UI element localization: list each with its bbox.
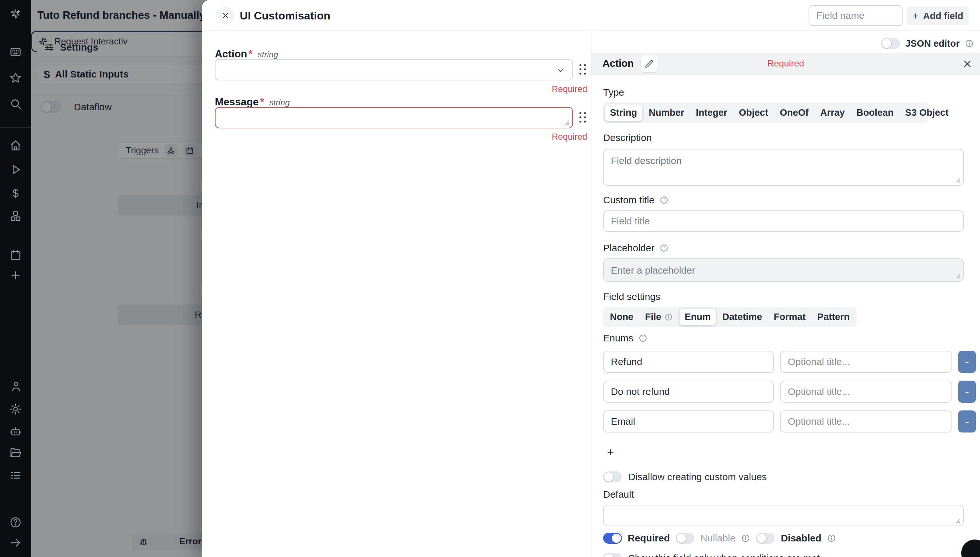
- resize-handle-icon[interactable]: [562, 119, 570, 126]
- sidebar-item-console[interactable]: [9, 46, 22, 59]
- action-required-error: Required: [215, 84, 587, 94]
- setting-option-none[interactable]: None: [605, 309, 639, 325]
- required-asterisk: *: [249, 48, 252, 60]
- sidebar-item-logs[interactable]: [9, 469, 22, 482]
- condition-row: Show this field only when conditions are…: [603, 553, 964, 557]
- info-icon[interactable]: [660, 195, 669, 205]
- sidebar-item-agents[interactable]: [9, 425, 22, 438]
- condition-toggle[interactable]: [603, 553, 622, 557]
- description-section: Description Field description: [603, 132, 964, 186]
- disallow-custom-values-toggle[interactable]: [603, 471, 622, 482]
- remove-enum-button[interactable]: -: [958, 381, 976, 403]
- setting-option-pattern[interactable]: Pattern: [813, 309, 855, 325]
- enum-title-input[interactable]: [780, 381, 952, 403]
- custom-title-input[interactable]: [603, 210, 964, 232]
- type-option-oneof[interactable]: OneOf: [775, 104, 813, 121]
- type-option-integer[interactable]: Integer: [691, 104, 732, 121]
- drag-handle[interactable]: [579, 110, 587, 125]
- setting-option-format[interactable]: Format: [769, 309, 811, 325]
- required-asterisk: *: [260, 96, 264, 108]
- sidebar-item-billing[interactable]: $: [9, 186, 22, 199]
- placeholder-placeholder: Enter a placeholder: [611, 265, 695, 276]
- remove-enum-button[interactable]: -: [958, 351, 976, 373]
- enum-value-input[interactable]: [603, 351, 774, 373]
- description-placeholder: Field description: [611, 155, 681, 166]
- message-field-label: Message: [215, 96, 258, 108]
- sidebar-item-settings[interactable]: [9, 403, 22, 415]
- drag-handle[interactable]: [579, 62, 587, 77]
- setting-option-file[interactable]: File: [640, 309, 678, 325]
- info-icon[interactable]: [741, 534, 750, 543]
- sidebar-item-account[interactable]: [9, 380, 22, 393]
- type-option-string[interactable]: String: [605, 104, 642, 121]
- sidebar-item-search[interactable]: [9, 97, 22, 110]
- add-enum-button[interactable]: +: [603, 445, 618, 459]
- resize-handle-icon[interactable]: [954, 272, 960, 279]
- placeholder-label: Placeholder: [603, 243, 654, 254]
- json-editor-toggle[interactable]: [881, 38, 900, 49]
- field-config-header: Action Required: [592, 53, 980, 75]
- enum-value-input[interactable]: [603, 410, 774, 433]
- type-segmented-control: String Number Integer Object OneOf Array…: [603, 103, 928, 123]
- disabled-toggle[interactable]: [756, 533, 775, 544]
- app-logo[interactable]: [9, 7, 22, 20]
- add-field-button[interactable]: + Add field: [907, 7, 969, 25]
- sidebar-item-favorites[interactable]: [9, 71, 22, 84]
- required-flag-label: Required: [628, 533, 670, 544]
- type-option-array[interactable]: Array: [815, 104, 850, 121]
- sidebar-help-button[interactable]: [9, 516, 22, 529]
- placeholder-textarea[interactable]: Enter a placeholder: [603, 258, 964, 282]
- remove-enum-button[interactable]: -: [958, 410, 976, 433]
- field-settings-section: Field settings None File Enum Datetime F…: [603, 291, 964, 327]
- sidebar-item-files[interactable]: [9, 446, 22, 459]
- close-modal-button[interactable]: [216, 7, 235, 24]
- resize-handle-icon[interactable]: [954, 176, 960, 183]
- message-field-label-row: Message* string: [215, 96, 290, 108]
- resize-handle-icon[interactable]: [954, 516, 960, 524]
- nullable-toggle[interactable]: [676, 533, 694, 544]
- info-icon[interactable]: [827, 534, 836, 543]
- disabled-flag-label: Disabled: [781, 533, 821, 544]
- message-textarea[interactable]: [215, 107, 573, 129]
- default-section: Default Required Nullable Disabled Show …: [603, 489, 964, 557]
- description-label: Description: [603, 132, 964, 143]
- setting-option-datetime[interactable]: Datetime: [717, 309, 767, 325]
- type-option-object[interactable]: Object: [734, 104, 773, 121]
- sidebar-collapse-button[interactable]: [9, 536, 22, 549]
- sidebar-item-schedules[interactable]: [9, 249, 22, 262]
- custom-title-section: Custom title: [603, 194, 964, 232]
- placeholder-section: Placeholder Enter a placeholder: [603, 243, 964, 282]
- setting-option-enum[interactable]: Enum: [679, 309, 715, 325]
- action-select[interactable]: [215, 59, 573, 80]
- info-icon[interactable]: [660, 243, 669, 252]
- sidebar-item-integrations[interactable]: [9, 210, 22, 223]
- plus-icon: +: [913, 10, 919, 22]
- field-required-status: Required: [592, 59, 980, 69]
- sidebar-add-button[interactable]: [9, 269, 22, 282]
- sidebar-item-home[interactable]: [9, 139, 22, 152]
- enum-value-input[interactable]: [603, 381, 774, 403]
- type-option-boolean[interactable]: Boolean: [852, 104, 898, 121]
- disallow-custom-values-label: Disallow creating custom values: [628, 471, 767, 482]
- default-textarea[interactable]: [603, 505, 964, 526]
- enum-title-input[interactable]: [780, 351, 952, 373]
- action-field-label: Action: [215, 48, 247, 60]
- message-field-type: string: [269, 98, 290, 107]
- disallow-custom-values-row: Disallow creating custom values: [603, 471, 964, 482]
- info-icon[interactable]: [639, 334, 647, 343]
- close-icon: [221, 11, 230, 20]
- modal-backdrop[interactable]: [31, 0, 213, 557]
- sidebar-item-runs[interactable]: [9, 163, 22, 176]
- type-option-number[interactable]: Number: [644, 104, 689, 121]
- info-icon[interactable]: [965, 39, 974, 48]
- required-toggle[interactable]: [603, 533, 622, 544]
- description-textarea[interactable]: Field description: [603, 149, 964, 186]
- type-option-s3object[interactable]: S3 Object: [900, 104, 954, 121]
- enum-row: -: [603, 410, 964, 433]
- enum-title-input[interactable]: [780, 410, 952, 433]
- close-config-icon[interactable]: [962, 59, 973, 69]
- field-name-input[interactable]: [809, 5, 902, 26]
- chevron-down-icon: [556, 66, 564, 75]
- enum-row: -: [603, 351, 964, 373]
- default-label: Default: [603, 489, 964, 500]
